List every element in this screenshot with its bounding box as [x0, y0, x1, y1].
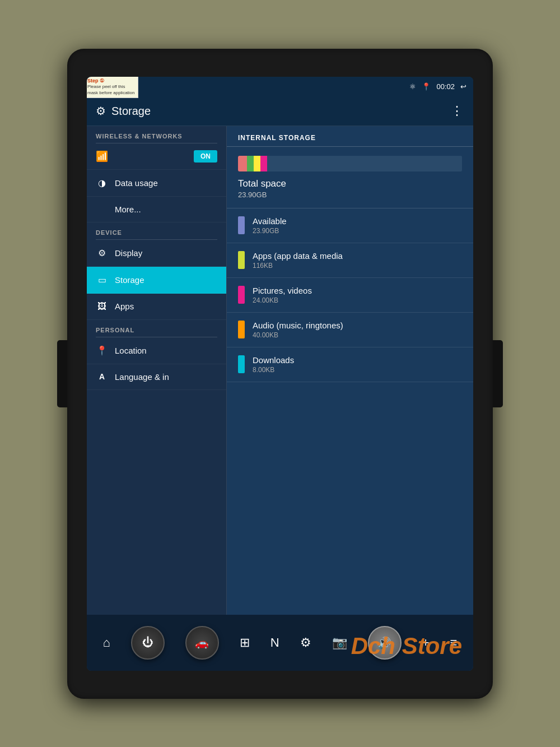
navi-icon: N: [270, 635, 279, 650]
sticker: Step ① Please peel off this mask before …: [87, 77, 138, 98]
storage-bar-container: Total space 23.90GB: [227, 147, 473, 208]
plus-button[interactable]: +: [422, 635, 430, 650]
storage-label: Storage: [115, 275, 144, 285]
speaker-button[interactable]: 🔊: [368, 626, 402, 660]
audio-name: Audio (music, ringtones): [253, 321, 462, 330]
overflow-menu-button[interactable]: ⋮: [451, 104, 464, 118]
data-usage-label: Data usage: [115, 178, 158, 188]
speaker-icon: 🔊: [377, 636, 391, 649]
page-title: Storage: [111, 105, 151, 118]
settings-gear-bottom-icon: ⚙: [300, 635, 311, 650]
downloads-name: Downloads: [253, 355, 462, 365]
storage-item-apps[interactable]: Apps (app data & media 116KB: [227, 243, 473, 278]
grid-icon: ⊞: [240, 635, 250, 650]
available-text: Available 23.90GB: [253, 216, 462, 235]
data-usage-icon: ◑: [96, 178, 108, 188]
language-icon: A: [96, 372, 108, 381]
storage-item-pictures[interactable]: Pictures, videos 24.00KB: [227, 278, 473, 313]
available-size: 23.90GB: [253, 227, 462, 235]
storage-item-downloads[interactable]: Downloads 8.00KB: [227, 347, 473, 382]
hamburger-menu-icon: ≡: [450, 635, 458, 650]
pictures-name: Pictures, videos: [253, 286, 462, 295]
total-space-label: Total space: [238, 178, 462, 189]
plus-icon: +: [422, 635, 430, 650]
personal-header: PERSONAL: [87, 320, 226, 337]
internal-storage-header: INTERNAL STORAGE: [227, 126, 473, 147]
downloads-color: [238, 355, 245, 373]
pictures-text: Pictures, videos 24.00KB: [253, 286, 462, 304]
bar-yellow: [254, 156, 260, 171]
sidebar-item-display[interactable]: ⚙ Display: [87, 240, 226, 267]
home-button[interactable]: ⌂: [103, 635, 110, 650]
sidebar-item-location[interactable]: 📍 Location: [87, 337, 226, 364]
audio-color: [238, 321, 245, 338]
home-icon: ⌂: [103, 635, 110, 650]
apps-color: [238, 251, 245, 269]
sidebar-item-apps[interactable]: 🖼 Apps: [87, 294, 226, 320]
tablet-screen: Step ① Please peel off this mask before …: [87, 77, 473, 671]
total-space-value: 23.90GB: [238, 191, 462, 199]
menu-button[interactable]: ≡: [450, 635, 458, 650]
downloads-size: 8.00KB: [253, 366, 462, 374]
bottom-navigation-bar: ⌂ ⏻ 🚗 ⊞ N ⚙ 📷 🔊 +: [87, 615, 473, 671]
display-label: Display: [115, 248, 142, 258]
time-display: 00:02: [436, 82, 455, 91]
bluetooth-icon: ⚛: [409, 82, 416, 91]
apps-label: Apps: [115, 301, 134, 311]
bar-red: [238, 156, 247, 171]
available-color: [238, 216, 245, 234]
wifi-icon: 📶: [96, 150, 108, 163]
more-label: More...: [115, 205, 141, 214]
camera-button[interactable]: 📷: [332, 635, 347, 650]
location-label: Location: [115, 346, 147, 355]
storage-bar: [238, 156, 462, 171]
apps-name: Apps (app data & media: [253, 251, 462, 261]
bar-green: [247, 156, 254, 171]
power-icon: ⏻: [142, 636, 153, 649]
sidebar-item-language[interactable]: A Language & in: [87, 364, 226, 390]
grid-button[interactable]: ⊞: [240, 635, 250, 650]
car-mode-button[interactable]: 🚗: [185, 626, 219, 660]
sidebar-item-storage[interactable]: ▭ Storage: [87, 267, 226, 294]
sidebar-item-data-usage[interactable]: ◑ Data usage: [87, 170, 226, 197]
right-bumper: [493, 340, 503, 407]
wifi-toggle[interactable]: ON: [194, 150, 217, 163]
apps-size: 116KB: [253, 262, 462, 270]
tablet-device: Step ① Please peel off this mask before …: [67, 49, 493, 699]
pictures-size: 24.00KB: [253, 296, 462, 304]
display-icon: ⚙: [96, 248, 108, 258]
title-bar: ⚙ Storage ⋮: [87, 97, 473, 126]
storage-item-audio[interactable]: Audio (music, ringtones) 40.00KB: [227, 313, 473, 347]
bar-pink: [260, 156, 267, 171]
location-pin-icon: 📍: [96, 345, 108, 356]
audio-size: 40.00KB: [253, 331, 462, 339]
back-icon: ↩: [460, 82, 466, 91]
navi-button[interactable]: N: [270, 635, 279, 650]
internal-storage-panel: INTERNAL STORAGE Total space 23.90GB: [227, 126, 473, 615]
location-icon: 📍: [422, 82, 431, 91]
car-icon: 🚗: [195, 636, 209, 649]
title-left: ⚙ Storage: [96, 104, 151, 118]
audio-text: Audio (music, ringtones) 40.00KB: [253, 321, 462, 339]
camera-icon: 📷: [332, 635, 347, 650]
wifi-row[interactable]: 📶 ON: [87, 143, 226, 170]
device-header: DEVICE: [87, 222, 226, 239]
available-name: Available: [253, 216, 462, 226]
left-bumper: [57, 340, 67, 407]
pictures-color: [238, 286, 245, 304]
power-button[interactable]: ⏻: [131, 626, 165, 660]
language-label: Language & in: [115, 372, 169, 382]
settings-gear-icon: ⚙: [96, 104, 106, 118]
wireless-networks-header: WIRELESS & NETWORKS: [87, 126, 226, 143]
storage-icon: ▭: [96, 275, 108, 285]
bar-available: [267, 156, 462, 171]
apps-icon: 🖼: [96, 301, 108, 312]
downloads-text: Downloads 8.00KB: [253, 355, 462, 374]
storage-item-available[interactable]: Available 23.90GB: [227, 208, 473, 243]
main-content: WIRELESS & NETWORKS 📶 ON ◑ Data usage Mo…: [87, 126, 473, 615]
status-bar: 🔊 15 ⚛ 📍 00:02 ↩: [87, 77, 473, 97]
settings-button[interactable]: ⚙: [300, 635, 311, 650]
sidebar: WIRELESS & NETWORKS 📶 ON ◑ Data usage Mo…: [87, 126, 227, 615]
status-right: ⚛ 📍 00:02 ↩: [409, 82, 466, 91]
sidebar-item-more[interactable]: More...: [87, 197, 226, 222]
